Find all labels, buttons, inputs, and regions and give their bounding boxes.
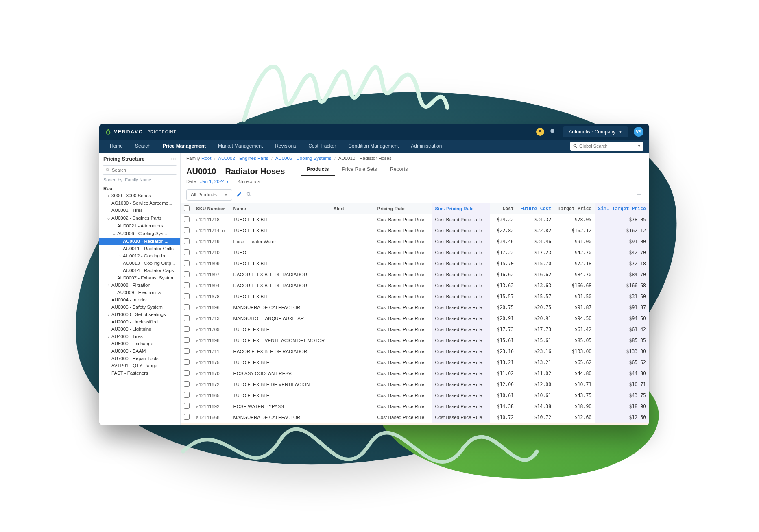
- table-row[interactable]: a12141694RACOR FLEXIBLE DE RADIADORCost …: [181, 280, 649, 291]
- menu-cost-tracker[interactable]: Cost Tracker: [303, 141, 341, 151]
- table-row[interactable]: a12141713MANGUITO - TANQUE AUXILIARCost …: [181, 313, 649, 324]
- select-all-checkbox[interactable]: [184, 205, 190, 211]
- col-alert[interactable]: Alert: [330, 203, 374, 214]
- sim-pricing-rule-link[interactable]: Cost Based Price Rule: [435, 272, 482, 277]
- tab-price-rule-sets[interactable]: Price Rule Sets: [336, 163, 383, 176]
- pricing-rule-link[interactable]: Cost Based Price Rule: [377, 316, 425, 321]
- tree-item[interactable]: AU0011 - Radiator Grills: [99, 245, 180, 252]
- tree-item[interactable]: AU3000 - Lightning: [99, 325, 180, 333]
- pricing-rule-link[interactable]: Cost Based Price Rule: [377, 228, 425, 233]
- search-icon[interactable]: [246, 192, 252, 198]
- sim-pricing-rule-link[interactable]: Cost Based Price Rule: [435, 393, 482, 398]
- tree-item[interactable]: ⌄AU0006 - Cooling Sys...: [99, 229, 180, 238]
- row-checkbox[interactable]: [184, 370, 190, 376]
- col-srule[interactable]: Sim. Pricing Rule: [432, 203, 490, 214]
- global-search-input[interactable]: [579, 144, 636, 148]
- tree-item[interactable]: FAST - Fasteners: [99, 369, 180, 377]
- table-row[interactable]: a12141696MANGUERA DE CALEFACTORCost Base…: [181, 302, 649, 313]
- pencil-icon[interactable]: [236, 192, 242, 198]
- tree-item[interactable]: ›AU0012 - Cooling In...: [99, 252, 180, 259]
- row-checkbox[interactable]: [184, 348, 190, 354]
- pricing-rule-link[interactable]: Cost Based Price Rule: [377, 338, 425, 343]
- tab-reports[interactable]: Reports: [384, 163, 414, 176]
- global-search[interactable]: ▼: [570, 142, 643, 151]
- pricing-rule-link[interactable]: Cost Based Price Rule: [377, 349, 425, 354]
- menu-revisions[interactable]: Revisions: [270, 141, 301, 151]
- company-selector[interactable]: Automotive Company ▼: [563, 126, 628, 137]
- tree-root[interactable]: Root: [99, 185, 180, 192]
- table-row[interactable]: a12141718TUBO FLEXIBLECost Based Price R…: [181, 214, 649, 225]
- more-icon[interactable]: ⋯: [171, 156, 176, 162]
- sim-pricing-rule-link[interactable]: Cost Based Price Rule: [435, 316, 482, 321]
- pricing-rule-link[interactable]: Cost Based Price Rule: [377, 393, 425, 398]
- row-checkbox[interactable]: [184, 304, 190, 310]
- sim-pricing-rule-link[interactable]: Cost Based Price Rule: [435, 360, 482, 365]
- row-checkbox[interactable]: [184, 381, 190, 387]
- tree-item[interactable]: AU5000 - Exchange: [99, 340, 180, 347]
- col-sku[interactable]: SKU Number: [193, 203, 230, 214]
- menu-condition-management[interactable]: Condition Management: [343, 141, 403, 151]
- tree-item[interactable]: AU00007 - Exhaust System: [99, 274, 180, 281]
- pricing-rule-link[interactable]: Cost Based Price Rule: [377, 250, 425, 255]
- row-checkbox[interactable]: [184, 326, 190, 332]
- tree-item[interactable]: AU00021 - Alternators: [99, 222, 180, 229]
- tree-item[interactable]: ›AU10000 - Set of sealings: [99, 311, 180, 318]
- tree-item[interactable]: ›AU0008 - Filtration: [99, 281, 180, 289]
- menu-search[interactable]: Search: [130, 141, 155, 151]
- table-row[interactable]: a12141665TUBO FLEXIBLECost Based Price R…: [181, 390, 649, 401]
- table-row[interactable]: a12141719Hose - Heater WaterCost Based P…: [181, 236, 649, 247]
- lightbulb-icon[interactable]: [549, 129, 556, 135]
- col-prule[interactable]: Pricing Rule: [374, 203, 432, 214]
- tree-item[interactable]: AU0005 - Safety System: [99, 303, 180, 311]
- menu-market-management[interactable]: Market Management: [213, 141, 268, 151]
- tree-item[interactable]: AU2000 - Unclassified: [99, 318, 180, 325]
- pricing-rule-link[interactable]: Cost Based Price Rule: [377, 371, 425, 376]
- row-checkbox[interactable]: [184, 315, 190, 321]
- breadcrumb-item[interactable]: AU0006 - Cooling Systems: [275, 156, 332, 161]
- tree-item[interactable]: AU7000 - Repair Tools: [99, 355, 180, 362]
- pricing-rule-link[interactable]: Cost Based Price Rule: [377, 305, 425, 310]
- row-checkbox[interactable]: [184, 359, 190, 365]
- sidebar-search[interactable]: [103, 165, 177, 175]
- table-row[interactable]: a12141699TUBO FLEXIBLECost Based Price R…: [181, 258, 649, 269]
- pricing-rule-link[interactable]: Cost Based Price Rule: [377, 382, 425, 387]
- notification-badge[interactable]: 5: [536, 128, 544, 136]
- tree-item[interactable]: ⌄AU0002 - Engines Parts: [99, 214, 180, 222]
- col-name[interactable]: Name: [230, 203, 330, 214]
- tree-item[interactable]: ›3000 - 3000 Series: [99, 192, 180, 199]
- row-checkbox[interactable]: [184, 293, 190, 299]
- tree-item[interactable]: AU0001 - Tires: [99, 207, 180, 214]
- pricing-rule-link[interactable]: Cost Based Price Rule: [377, 217, 425, 222]
- tree-item[interactable]: AU6000 - SAAM: [99, 347, 180, 355]
- table-row[interactable]: a12141714_oTUBO FLEXIBLECost Based Price…: [181, 225, 649, 236]
- tree-item[interactable]: AU0004 - Interior: [99, 296, 180, 303]
- sidebar-search-input[interactable]: [112, 168, 174, 172]
- row-checkbox[interactable]: [184, 271, 190, 277]
- menu-price-management[interactable]: Price Management: [158, 141, 211, 151]
- row-checkbox[interactable]: [184, 337, 190, 343]
- tree-item[interactable]: AG1000 - Service Agreeme...: [99, 199, 180, 207]
- pricing-rule-link[interactable]: Cost Based Price Rule: [377, 327, 425, 332]
- tree-item[interactable]: AU0014 - Radiator Caps: [99, 267, 180, 274]
- sim-pricing-rule-link[interactable]: Cost Based Price Rule: [435, 305, 482, 310]
- sim-pricing-rule-link[interactable]: Cost Based Price Rule: [435, 217, 482, 222]
- pricing-rule-link[interactable]: Cost Based Price Rule: [377, 239, 425, 244]
- col-cost[interactable]: Cost: [490, 203, 517, 214]
- table-row[interactable]: a12141697RACOR FLEXIBLE DE RADIADORCost …: [181, 269, 649, 280]
- tree-item[interactable]: AU0010 - Radiator ...: [99, 238, 180, 245]
- sim-pricing-rule-link[interactable]: Cost Based Price Rule: [435, 250, 482, 255]
- row-checkbox[interactable]: [184, 216, 190, 222]
- sim-pricing-rule-link[interactable]: Cost Based Price Rule: [435, 239, 482, 244]
- tree-item[interactable]: AVTP01 - QTY Range: [99, 362, 180, 369]
- sim-pricing-rule-link[interactable]: Cost Based Price Rule: [435, 228, 482, 233]
- table-row[interactable]: a12141711RACOR FLEXIBLE DE RADIADORCost …: [181, 346, 649, 357]
- col-tprice[interactable]: Target Price: [554, 203, 595, 214]
- row-checkbox[interactable]: [184, 249, 190, 255]
- menu-home[interactable]: Home: [105, 141, 128, 151]
- col-stprice[interactable]: Sim. Target Price: [595, 203, 649, 214]
- col-fcost[interactable]: Future Cost: [517, 203, 554, 214]
- sim-pricing-rule-link[interactable]: Cost Based Price Rule: [435, 338, 482, 343]
- table-row[interactable]: a12141710TUBOCost Based Price RuleCost B…: [181, 247, 649, 258]
- breadcrumb-item[interactable]: Root: [201, 156, 211, 161]
- sim-pricing-rule-link[interactable]: Cost Based Price Rule: [435, 294, 482, 299]
